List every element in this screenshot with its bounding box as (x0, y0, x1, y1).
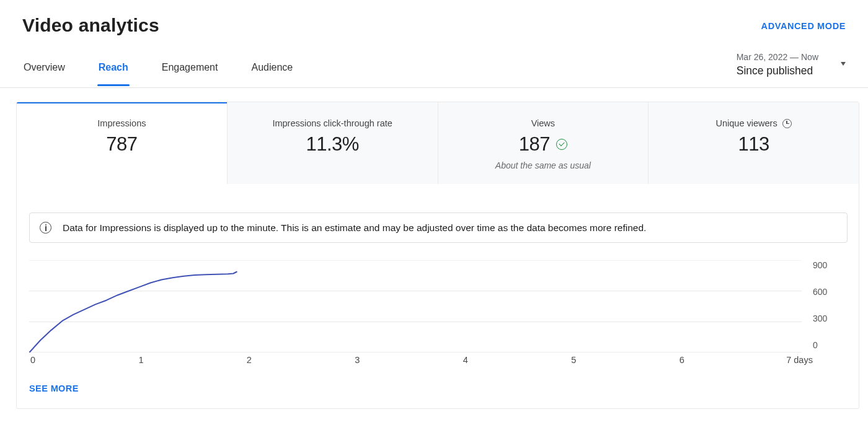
x-tick: 6 (678, 355, 686, 365)
tab-engagement[interactable]: Engagement (161, 62, 219, 87)
info-banner: Data for Impressions is displayed up to … (29, 212, 848, 243)
tab-reach[interactable]: Reach (97, 62, 130, 87)
metric-card-unique-viewers[interactable]: Unique viewers 113 (649, 102, 859, 184)
metric-label: Views (531, 118, 555, 128)
chevron-down-icon (841, 62, 846, 66)
main-tabs: Overview Reach Engagement Audience (22, 62, 294, 87)
metric-tabs: Impressions 787 Impressions click-throug… (17, 102, 859, 184)
x-tick: 3 (353, 355, 361, 365)
metric-value-number: 187 (519, 133, 550, 156)
y-tick: 0 (813, 340, 818, 350)
metric-value: 787 (106, 133, 137, 156)
info-banner-text: Data for Impressions is displayed up to … (63, 222, 646, 234)
y-tick: 900 (813, 260, 827, 270)
advanced-mode-button[interactable]: ADVANCED MODE (761, 21, 846, 31)
tab-overview[interactable]: Overview (22, 62, 66, 87)
x-tick: 5 (570, 355, 577, 365)
x-tick: 4 (462, 355, 469, 365)
x-tick: 1 (137, 355, 144, 365)
metric-label: Impressions (97, 118, 146, 128)
reach-panel: Impressions 787 Impressions click-throug… (16, 102, 859, 409)
date-range-picker[interactable]: Mar 26, 2022 — Now Since published (737, 52, 846, 87)
see-more-button[interactable]: SEE MORE (29, 383, 848, 393)
metric-value: 187 (519, 133, 567, 156)
metric-label: Unique viewers (716, 118, 792, 128)
chart-plot-area[interactable] (29, 260, 802, 350)
y-tick: 300 (813, 313, 827, 323)
metric-value: 11.3% (306, 133, 358, 156)
y-tick: 600 (813, 287, 827, 297)
date-range-preset: Since published (737, 64, 818, 77)
metric-subtext: About the same as usual (495, 160, 591, 170)
metric-label: Impressions click-through rate (272, 118, 392, 128)
tab-audience[interactable]: Audience (250, 62, 294, 87)
metric-value: 113 (738, 133, 769, 156)
clock-icon (782, 119, 792, 128)
metric-card-impressions[interactable]: Impressions 787 (17, 102, 228, 184)
date-range-summary: Mar 26, 2022 — Now (737, 52, 818, 62)
impressions-chart: 900 600 300 0 (29, 260, 848, 350)
x-tick: 2 (246, 355, 253, 365)
chart-x-axis: 0 1 2 3 4 5 6 7 days (29, 355, 848, 365)
metric-label-text: Unique viewers (716, 118, 777, 128)
info-icon (40, 222, 51, 234)
check-circle-icon (556, 139, 567, 150)
chart-y-axis: 900 600 300 0 (802, 260, 848, 350)
page-title: Video analytics (22, 15, 159, 36)
x-tick: 0 (29, 355, 37, 365)
x-tick: 7 days (786, 355, 813, 365)
metric-card-ctr[interactable]: Impressions click-through rate 11.3% (228, 102, 438, 184)
metric-card-views[interactable]: Views 187 About the same as usual (438, 102, 649, 184)
